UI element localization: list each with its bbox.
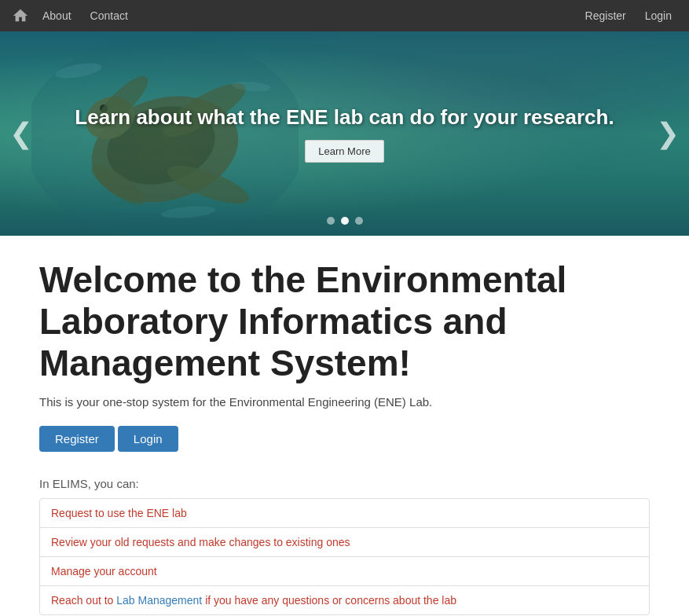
register-button[interactable]: Register: [39, 426, 115, 452]
feature-item-1: Request to use the ENE lab: [40, 499, 649, 528]
home-icon[interactable]: [8, 3, 33, 28]
action-buttons: Register Login: [39, 426, 650, 452]
navbar-left: About Contact: [8, 3, 137, 28]
login-button[interactable]: Login: [118, 426, 178, 452]
carousel: ❮ Learn about what the ENE lab can do fo…: [0, 31, 689, 236]
carousel-learn-more-button[interactable]: Learn More: [305, 140, 383, 163]
welcome-subtitle: This is your one-stop system for the Env…: [39, 395, 650, 409]
navbar-login-link[interactable]: Login: [636, 9, 681, 22]
carousel-title: Learn about what the ENE lab can do for …: [75, 104, 614, 131]
navbar-right: Register Login: [576, 9, 681, 22]
feature-item-3: Manage your account: [40, 557, 649, 586]
main-content: Welcome to the Environmental Laboratory …: [0, 236, 689, 616]
feature-item-2-text: Review your old requests and make change…: [51, 536, 350, 548]
feature-item-2: Review your old requests and make change…: [40, 528, 649, 557]
carousel-dot-1[interactable]: [327, 217, 335, 225]
navbar-contact-link[interactable]: Contact: [81, 9, 137, 22]
feature-item-4-pre: Reach out to: [51, 594, 116, 607]
feature-item-1-text: Request to use the ENE lab: [51, 507, 187, 519]
navbar-about-link[interactable]: About: [33, 9, 81, 22]
navbar-register-link[interactable]: Register: [576, 9, 636, 22]
lab-management-link[interactable]: Lab Management: [116, 594, 202, 607]
feature-item-4: Reach out to Lab Management if you have …: [40, 586, 649, 614]
feature-item-3-text: Manage your account: [51, 565, 157, 578]
carousel-next-button[interactable]: ❯: [647, 117, 689, 150]
features-label: In ELIMS, you can:: [39, 477, 650, 490]
carousel-dot-3[interactable]: [355, 217, 363, 225]
carousel-content: Learn about what the ENE lab can do for …: [75, 104, 614, 163]
carousel-prev-button[interactable]: ❮: [0, 117, 42, 150]
features-list: Request to use the ENE lab Review your o…: [39, 498, 650, 615]
carousel-dots: [327, 217, 363, 225]
feature-item-4-post: if you have any questions or concerns ab…: [202, 594, 456, 607]
navbar: About Contact Register Login: [0, 0, 689, 31]
welcome-title: Welcome to the Environmental Laboratory …: [39, 259, 650, 384]
carousel-dot-2[interactable]: [341, 217, 349, 225]
